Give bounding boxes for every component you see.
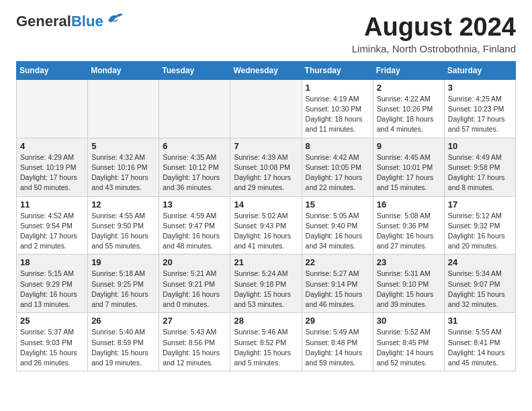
calendar-day-cell: 23Sunrise: 5:31 AM Sunset: 9:10 PM Dayli… <box>373 255 444 313</box>
day-number: 27 <box>163 316 226 326</box>
calendar-day-cell: 2Sunrise: 4:22 AM Sunset: 10:26 PM Dayli… <box>373 79 444 138</box>
calendar-day-cell: 20Sunrise: 5:21 AM Sunset: 9:21 PM Dayli… <box>159 255 230 313</box>
day-number: 16 <box>377 199 441 210</box>
calendar-day-cell: 25Sunrise: 5:37 AM Sunset: 9:03 PM Dayli… <box>17 313 88 371</box>
day-number: 10 <box>448 141 512 151</box>
day-number: 23 <box>377 257 441 267</box>
calendar-day-cell: 7Sunrise: 4:39 AM Sunset: 10:08 PM Dayli… <box>230 138 302 196</box>
calendar-day-cell: 3Sunrise: 4:25 AM Sunset: 10:23 PM Dayli… <box>444 79 515 138</box>
day-number: 14 <box>234 199 298 210</box>
day-info: Sunrise: 5:18 AM Sunset: 9:25 PM Dayligh… <box>91 269 155 310</box>
day-info: Sunrise: 5:12 AM Sunset: 9:32 PM Dayligh… <box>448 211 512 252</box>
day-number: 13 <box>163 199 226 210</box>
calendar-day-cell <box>159 79 230 138</box>
day-info: Sunrise: 5:40 AM Sunset: 8:59 PM Dayligh… <box>91 327 155 368</box>
calendar-week-row: 11Sunrise: 4:52 AM Sunset: 9:54 PM Dayli… <box>17 196 516 255</box>
day-number: 19 <box>91 257 155 267</box>
calendar-day-cell: 21Sunrise: 5:24 AM Sunset: 9:18 PM Dayli… <box>230 255 302 313</box>
day-number: 20 <box>163 257 226 267</box>
day-info: Sunrise: 5:15 AM Sunset: 9:29 PM Dayligh… <box>20 269 84 310</box>
day-number: 29 <box>306 316 369 326</box>
calendar-day-cell: 10Sunrise: 4:49 AM Sunset: 9:58 PM Dayli… <box>444 138 515 196</box>
weekday-header-sunday: Sunday <box>17 61 88 79</box>
day-info: Sunrise: 4:35 AM Sunset: 10:12 PM Daylig… <box>163 152 226 193</box>
weekday-header-saturday: Saturday <box>444 61 515 79</box>
calendar-week-row: 1Sunrise: 4:19 AM Sunset: 10:30 PM Dayli… <box>17 79 516 138</box>
calendar-day-cell: 16Sunrise: 5:08 AM Sunset: 9:36 PM Dayli… <box>373 196 444 255</box>
calendar-day-cell: 31Sunrise: 5:55 AM Sunset: 8:41 PM Dayli… <box>444 313 515 371</box>
calendar-week-row: 4Sunrise: 4:29 AM Sunset: 10:19 PM Dayli… <box>17 138 516 196</box>
day-number: 3 <box>448 83 512 93</box>
day-info: Sunrise: 5:24 AM Sunset: 9:18 PM Dayligh… <box>234 269 298 310</box>
day-info: Sunrise: 4:42 AM Sunset: 10:05 PM Daylig… <box>306 152 369 193</box>
calendar-week-row: 18Sunrise: 5:15 AM Sunset: 9:29 PM Dayli… <box>17 255 516 313</box>
day-number: 5 <box>91 141 155 151</box>
day-number: 4 <box>20 141 84 151</box>
calendar-table: SundayMondayTuesdayWednesdayThursdayFrid… <box>16 61 516 371</box>
day-number: 7 <box>234 141 298 151</box>
day-info: Sunrise: 4:29 AM Sunset: 10:19 PM Daylig… <box>20 152 84 193</box>
day-info: Sunrise: 4:45 AM Sunset: 10:01 PM Daylig… <box>377 152 441 193</box>
day-info: Sunrise: 5:46 AM Sunset: 8:52 PM Dayligh… <box>234 327 298 368</box>
calendar-day-cell: 28Sunrise: 5:46 AM Sunset: 8:52 PM Dayli… <box>230 313 302 371</box>
month-title: August 2024 <box>352 13 516 42</box>
day-info: Sunrise: 5:55 AM Sunset: 8:41 PM Dayligh… <box>448 327 512 368</box>
calendar-day-cell <box>17 79 88 138</box>
calendar-day-cell <box>88 79 159 138</box>
day-info: Sunrise: 4:22 AM Sunset: 10:26 PM Daylig… <box>377 94 441 135</box>
day-number: 22 <box>306 257 369 267</box>
day-info: Sunrise: 5:21 AM Sunset: 9:21 PM Dayligh… <box>163 269 226 310</box>
day-info: Sunrise: 5:43 AM Sunset: 8:56 PM Dayligh… <box>163 327 226 368</box>
calendar-day-cell: 9Sunrise: 4:45 AM Sunset: 10:01 PM Dayli… <box>373 138 444 196</box>
calendar-day-cell: 11Sunrise: 4:52 AM Sunset: 9:54 PM Dayli… <box>17 196 88 255</box>
day-number: 6 <box>163 141 226 151</box>
logo-bird-icon <box>105 11 123 26</box>
day-info: Sunrise: 4:32 AM Sunset: 10:16 PM Daylig… <box>91 152 155 193</box>
calendar-day-cell: 13Sunrise: 4:59 AM Sunset: 9:47 PM Dayli… <box>159 196 230 255</box>
day-number: 9 <box>377 141 441 151</box>
day-number: 24 <box>448 257 512 267</box>
calendar-day-cell: 26Sunrise: 5:40 AM Sunset: 8:59 PM Dayli… <box>88 313 159 371</box>
day-number: 12 <box>91 199 155 210</box>
calendar-day-cell: 8Sunrise: 4:42 AM Sunset: 10:05 PM Dayli… <box>302 138 373 196</box>
day-info: Sunrise: 4:25 AM Sunset: 10:23 PM Daylig… <box>448 94 512 135</box>
day-info: Sunrise: 4:39 AM Sunset: 10:08 PM Daylig… <box>234 152 298 193</box>
calendar-day-cell: 27Sunrise: 5:43 AM Sunset: 8:56 PM Dayli… <box>159 313 230 371</box>
calendar-day-cell <box>230 79 302 138</box>
day-number: 8 <box>306 141 369 151</box>
day-info: Sunrise: 5:08 AM Sunset: 9:36 PM Dayligh… <box>377 211 441 252</box>
header: GeneralBlue August 2024 Liminka, North O… <box>16 13 516 54</box>
logo: GeneralBlue <box>16 13 123 30</box>
logo-general-text: General <box>16 13 71 30</box>
calendar-day-cell: 22Sunrise: 5:27 AM Sunset: 9:14 PM Dayli… <box>302 255 373 313</box>
day-number: 26 <box>91 316 155 326</box>
location-subtitle: Liminka, North Ostrobothnia, Finland <box>352 43 516 54</box>
weekday-header-monday: Monday <box>88 61 159 79</box>
day-info: Sunrise: 5:52 AM Sunset: 8:45 PM Dayligh… <box>377 327 441 368</box>
logo-blue-text: Blue <box>71 13 103 30</box>
weekday-header-wednesday: Wednesday <box>230 61 302 79</box>
calendar-day-cell: 6Sunrise: 4:35 AM Sunset: 10:12 PM Dayli… <box>159 138 230 196</box>
calendar-day-cell: 30Sunrise: 5:52 AM Sunset: 8:45 PM Dayli… <box>373 313 444 371</box>
calendar-day-cell: 5Sunrise: 4:32 AM Sunset: 10:16 PM Dayli… <box>88 138 159 196</box>
day-number: 25 <box>20 316 84 326</box>
day-number: 28 <box>234 316 298 326</box>
day-number: 11 <box>20 199 84 210</box>
calendar-week-row: 25Sunrise: 5:37 AM Sunset: 9:03 PM Dayli… <box>17 313 516 371</box>
calendar-day-cell: 4Sunrise: 4:29 AM Sunset: 10:19 PM Dayli… <box>17 138 88 196</box>
weekday-header-tuesday: Tuesday <box>159 61 230 79</box>
day-info: Sunrise: 4:19 AM Sunset: 10:30 PM Daylig… <box>306 94 369 135</box>
day-number: 15 <box>306 199 369 210</box>
day-info: Sunrise: 4:49 AM Sunset: 9:58 PM Dayligh… <box>448 152 512 193</box>
weekday-header-thursday: Thursday <box>302 61 373 79</box>
day-info: Sunrise: 4:55 AM Sunset: 9:50 PM Dayligh… <box>91 211 155 252</box>
day-info: Sunrise: 4:52 AM Sunset: 9:54 PM Dayligh… <box>20 211 84 252</box>
calendar-day-cell: 14Sunrise: 5:02 AM Sunset: 9:43 PM Dayli… <box>230 196 302 255</box>
day-number: 21 <box>234 257 298 267</box>
calendar-day-cell: 1Sunrise: 4:19 AM Sunset: 10:30 PM Dayli… <box>302 79 373 138</box>
calendar-day-cell: 15Sunrise: 5:05 AM Sunset: 9:40 PM Dayli… <box>302 196 373 255</box>
weekday-header-row: SundayMondayTuesdayWednesdayThursdayFrid… <box>17 61 516 79</box>
day-number: 1 <box>306 83 369 93</box>
calendar-day-cell: 17Sunrise: 5:12 AM Sunset: 9:32 PM Dayli… <box>444 196 515 255</box>
day-number: 31 <box>448 316 512 326</box>
